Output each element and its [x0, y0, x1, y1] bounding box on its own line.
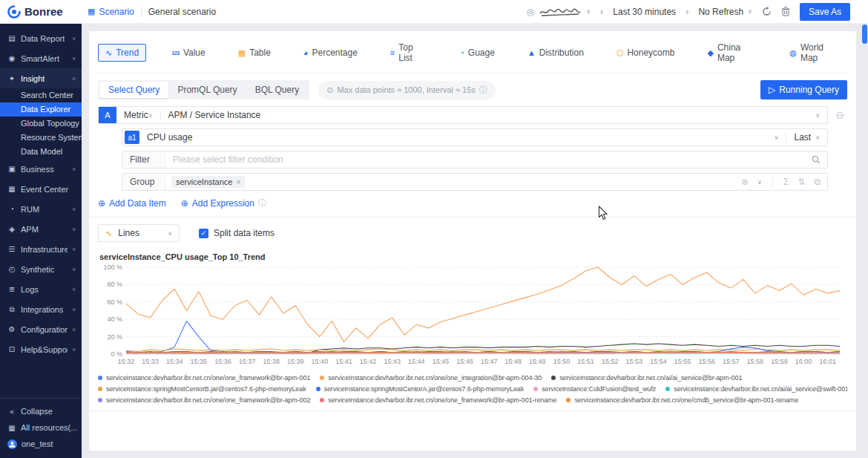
- time-prev-button[interactable]: ‹: [600, 6, 603, 17]
- legend-item[interactable]: serviceInstance:devharbor.ibr.net.cn/one…: [98, 374, 310, 382]
- export-icon[interactable]: ⧉: [814, 177, 821, 187]
- svg-text:16:00: 16:00: [795, 358, 812, 365]
- clear-group-icon[interactable]: ⊗: [741, 177, 749, 187]
- chart-type-select[interactable]: ∿ Lines ∨: [98, 224, 180, 242]
- add-expression-button[interactable]: ⊕ Add Expression ⓘ: [181, 197, 266, 209]
- chevron-down-icon: ∨: [148, 112, 153, 119]
- legend-dot-icon: [98, 387, 102, 391]
- svg-text:100 %: 100 %: [103, 264, 122, 271]
- datasource-select[interactable]: APM / Service Instance: [168, 110, 261, 120]
- legend-item[interactable]: serviceInstance:devharbor.ibr.net.cn/one…: [320, 374, 542, 382]
- scrollbar-thumb[interactable]: [862, 24, 867, 44]
- legend-item[interactable]: serviceInstance:springMostCentorB.jar@ce…: [98, 385, 306, 393]
- sidebar-item-business[interactable]: ▣Business∨: [0, 159, 82, 179]
- info-icon: ⓘ: [479, 85, 487, 96]
- viz-tab-value[interactable]: 123Value: [164, 44, 213, 62]
- query-type-select[interactable]: Metric: [124, 110, 148, 120]
- sidebar-subitem-search-center[interactable]: Search Center: [0, 88, 82, 102]
- legend-item[interactable]: serviceInstance:devharbor.ibr.net.cn/one…: [98, 396, 310, 404]
- smart-alert-icon: ◉: [7, 54, 16, 62]
- time-range-select[interactable]: Last 30 minutes: [613, 7, 676, 17]
- scenario-select[interactable]: ◎ ∨: [527, 7, 591, 17]
- sidebar-item-infrastructure[interactable]: ☰Infrastructure∨: [0, 239, 82, 259]
- svg-text:15:39: 15:39: [287, 358, 304, 365]
- viz-tab-top-list[interactable]: ≡Top List: [383, 39, 434, 67]
- chevron-down-icon: ∨: [72, 36, 76, 42]
- sidebar-item-event-center[interactable]: ▦Event Center: [0, 179, 82, 199]
- all-resources-button[interactable]: ▦ All resources(...: [0, 419, 82, 436]
- legend-item[interactable]: serviceInstance:devharbor.ibr.net.cn/one…: [320, 396, 556, 404]
- metric-select[interactable]: CPU usage: [147, 132, 192, 143]
- sidebar-item-synthetic[interactable]: ◴Synthetic∨: [0, 259, 82, 279]
- sidebar-item-data-report[interactable]: ▤Data Report∨: [0, 28, 82, 48]
- query-bar: Select QueryPromQL QueryBQL Query ⊙ Max …: [98, 80, 847, 99]
- trend-chart[interactable]: 0 %20 %40 %60 %80 %100 %15:3215:3315:341…: [98, 264, 847, 367]
- line-chart-icon: ∿: [105, 229, 112, 238]
- sidebar-item-configuration[interactable]: ⚙Configuration∨: [0, 319, 82, 339]
- user-menu[interactable]: one_test: [0, 436, 82, 452]
- remove-tag-icon[interactable]: ×: [236, 178, 240, 186]
- viz-tab-world-map[interactable]: ◍World Map: [782, 39, 847, 67]
- svg-text:15:57: 15:57: [723, 358, 740, 365]
- sort-icon[interactable]: ⇅: [798, 177, 805, 187]
- chart-legend: serviceInstance:devharbor.ibr.net.cn/one…: [98, 374, 847, 404]
- sidebar-item-insight[interactable]: ⌖Insight∧: [0, 68, 82, 88]
- query-tab-bql-query[interactable]: BQL Query: [246, 82, 309, 98]
- sidebar-subitem-global-topology[interactable]: Global Topology: [0, 117, 82, 131]
- sidebar-subitem-data-explorer[interactable]: Data Explorer: [0, 102, 82, 117]
- legend-item[interactable]: serviceInstance:devharbor.ibr.net.cn/one…: [566, 396, 798, 404]
- svg-text:15:48: 15:48: [504, 358, 522, 365]
- viz-tab-trend[interactable]: ∿Trend: [98, 44, 146, 62]
- sidebar-subitem-data-model[interactable]: Data Model: [0, 145, 82, 159]
- search-icon[interactable]: [812, 155, 821, 164]
- save-as-button[interactable]: Save As: [800, 3, 850, 21]
- running-query-button[interactable]: ▷ Running Query: [760, 80, 847, 99]
- remove-query-icon[interactable]: ⊖: [832, 109, 847, 121]
- group-label: Group: [122, 174, 165, 190]
- sidebar-item-logs[interactable]: ≣Logs∨: [0, 279, 82, 299]
- refresh-mode-select[interactable]: No Refresh ∨: [698, 7, 752, 17]
- divider: [786, 133, 786, 143]
- sidebar-subitem-resource-system[interactable]: Resource System: [0, 131, 82, 145]
- top-nav: ▦ Scenario General scenario: [88, 7, 216, 17]
- legend-dot-icon: [98, 398, 102, 402]
- legend-dot-icon: [533, 387, 538, 391]
- query-tab-select-query[interactable]: Select Query: [99, 82, 168, 98]
- svg-text:15:42: 15:42: [360, 358, 377, 365]
- viz-tab-table[interactable]: ▦Table: [231, 44, 278, 62]
- legend-item[interactable]: serviceInstance:devharbor.ibr.net.cn/ai/…: [665, 385, 847, 393]
- viz-tab-percentage[interactable]: ◕Percentage: [296, 44, 365, 62]
- scenario-nav-link[interactable]: ▦ Scenario: [88, 7, 134, 17]
- filter-label: Filter: [122, 151, 165, 168]
- viz-tab-guage[interactable]: ◔Guage: [452, 44, 502, 62]
- split-data-items-checkbox[interactable]: ✓ Split data items: [199, 228, 274, 238]
- svg-text:15:52: 15:52: [602, 358, 619, 365]
- viz-tab-distribution[interactable]: ▲Distribution: [520, 44, 591, 62]
- sidebar-item-apm[interactable]: ◈APM∨: [0, 219, 82, 239]
- trash-icon[interactable]: [781, 7, 790, 16]
- chevron-down-icon: ∨: [72, 166, 76, 172]
- refresh-icon[interactable]: [762, 7, 772, 16]
- sigma-icon[interactable]: Σ: [783, 177, 789, 187]
- aggregation-select[interactable]: Last: [794, 132, 811, 143]
- add-data-item-button[interactable]: ⊕ Add Data Item: [98, 198, 166, 209]
- legend-item[interactable]: serviceInstance:ColdFusion@test_wufz: [533, 385, 656, 393]
- filter-input[interactable]: Please select filter condition: [173, 154, 283, 165]
- collapse-button[interactable]: « Collapse: [0, 403, 82, 419]
- vertical-scrollbar[interactable]: [862, 24, 867, 457]
- sidebar-item-integrations[interactable]: ⧉Integrations∨: [0, 299, 82, 319]
- query-tab-promql-query[interactable]: PromQL Query: [168, 82, 246, 98]
- sidebar-item-rum[interactable]: ◔RUM∨: [0, 199, 82, 219]
- sidebar-item-help-support[interactable]: ⊡Help&Support∨: [0, 339, 82, 359]
- legend-item[interactable]: serviceInstance:devharbor.ibr.net.cn/ai/…: [551, 374, 742, 382]
- group-tag[interactable]: serviceInstance ×: [171, 176, 245, 188]
- svg-text:15:44: 15:44: [408, 358, 425, 365]
- chevron-down-icon: ∨: [757, 179, 762, 186]
- sidebar-item-smartalert[interactable]: ◉SmartAlert∨: [0, 48, 82, 68]
- viz-tab-honeycomb[interactable]: ⬡Honeycomb: [609, 44, 683, 62]
- time-next-button[interactable]: ›: [685, 6, 688, 17]
- breadcrumb: General scenario: [148, 7, 216, 17]
- world-map-icon: ◍: [789, 49, 797, 57]
- legend-item[interactable]: serviceInstance:springMostCentorA.jar@ce…: [316, 385, 525, 393]
- viz-tab-china-map[interactable]: ◆China Map: [700, 39, 764, 67]
